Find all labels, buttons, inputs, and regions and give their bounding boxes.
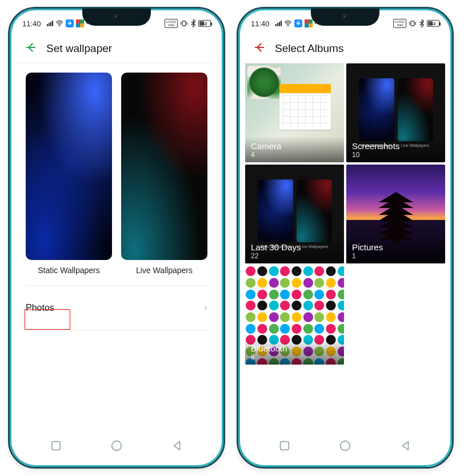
albums-grid: Camera 4 Static WallpapersLive Wallpaper… bbox=[243, 63, 447, 431]
navigation-bar bbox=[243, 431, 447, 462]
bluetooth-icon bbox=[419, 19, 425, 27]
mini-thumbs bbox=[258, 179, 332, 242]
app-badge-icon: ❖ bbox=[294, 19, 302, 27]
battery-icon: 42 bbox=[427, 20, 439, 27]
bluetooth-icon bbox=[190, 19, 196, 27]
svg-rect-1 bbox=[182, 21, 186, 26]
puzzle-icon bbox=[305, 19, 313, 27]
back-button[interactable] bbox=[253, 41, 266, 56]
svg-point-4 bbox=[287, 26, 289, 27]
notch bbox=[82, 9, 151, 26]
nav-home-button[interactable] bbox=[110, 439, 123, 452]
static-wallpapers-card[interactable]: Static Wallpapers bbox=[26, 73, 112, 275]
navigation-bar bbox=[14, 431, 219, 462]
photos-row[interactable]: Photos › bbox=[14, 294, 219, 322]
album-name: Bluetooth bbox=[251, 343, 338, 353]
logging-badge: LOGG -ING bbox=[393, 19, 406, 28]
phone-right: 11:40 ❖ ··· LOGG -ING 42 bbox=[237, 7, 454, 469]
wifi-icon bbox=[284, 20, 292, 27]
nav-back-button[interactable] bbox=[399, 439, 412, 452]
pagoda-decoration bbox=[379, 192, 413, 243]
status-time: 11:40 bbox=[251, 19, 270, 28]
album-count: 8 bbox=[251, 353, 338, 361]
logging-badge: LOGG -ING bbox=[165, 19, 178, 28]
notch bbox=[311, 9, 379, 26]
page-title: Select Albums bbox=[275, 42, 343, 55]
live-wallpapers-card[interactable]: Live Wallpapers bbox=[121, 73, 207, 275]
screen-right: 11:40 ❖ ··· LOGG -ING 42 bbox=[243, 13, 447, 462]
vibrate-icon bbox=[180, 20, 188, 27]
divider bbox=[26, 285, 207, 286]
svg-point-3 bbox=[112, 441, 122, 451]
screen-left: 11:40 ❖ ··· LOGG -ING 42 bbox=[14, 13, 219, 462]
album-count: 1 bbox=[352, 252, 439, 260]
album-pictures[interactable]: Pictures 1 bbox=[346, 165, 445, 263]
live-wallpapers-label: Live Wallpapers bbox=[136, 266, 193, 275]
status-time: 11:40 bbox=[22, 19, 41, 28]
album-camera[interactable]: Camera 4 bbox=[245, 63, 344, 162]
page-title: Set wallpaper bbox=[46, 42, 112, 55]
album-count: 22 bbox=[251, 252, 338, 260]
album-screenshots[interactable]: Static WallpapersLive Wallpapers Screens… bbox=[346, 63, 445, 162]
svg-point-7 bbox=[341, 441, 350, 451]
front-camera bbox=[341, 13, 349, 21]
svg-rect-2 bbox=[52, 442, 61, 450]
divider bbox=[26, 330, 207, 330]
nav-home-button[interactable] bbox=[339, 439, 351, 452]
wifi-icon bbox=[55, 20, 63, 27]
app-badge-icon: ❖ bbox=[66, 19, 74, 27]
static-wallpapers-thumb bbox=[26, 73, 112, 260]
vibrate-icon bbox=[409, 20, 417, 27]
album-name: Screenshots bbox=[352, 141, 439, 151]
front-camera bbox=[113, 13, 121, 21]
wallpaper-options-row: Static Wallpapers Live Wallpapers bbox=[14, 63, 219, 277]
signal-icon bbox=[275, 21, 282, 26]
live-wallpapers-thumb bbox=[121, 73, 207, 260]
svg-rect-5 bbox=[411, 21, 414, 26]
battery-icon: 42 bbox=[198, 20, 211, 27]
nav-back-button[interactable] bbox=[171, 439, 183, 452]
puzzle-icon bbox=[76, 19, 84, 27]
album-bluetooth[interactable]: Bluetooth 8 bbox=[245, 266, 344, 365]
signal-icon bbox=[47, 21, 53, 26]
album-name: Last 30 Days bbox=[251, 242, 338, 252]
app-header: Select Albums bbox=[243, 34, 447, 63]
calendar-decoration bbox=[279, 84, 331, 130]
back-button[interactable] bbox=[25, 41, 37, 56]
chevron-right-icon: › bbox=[204, 302, 207, 314]
album-name: Pictures bbox=[352, 242, 439, 252]
album-name: Camera bbox=[251, 141, 338, 151]
mini-thumbs bbox=[359, 78, 433, 141]
album-count: 10 bbox=[352, 151, 439, 159]
album-last-30-days[interactable]: Static WallpapersLive Wallpapers Last 30… bbox=[245, 165, 344, 263]
nav-recents-button[interactable] bbox=[278, 439, 291, 452]
album-count: 4 bbox=[251, 151, 338, 159]
plant-decoration bbox=[247, 66, 281, 99]
static-wallpapers-label: Static Wallpapers bbox=[38, 266, 99, 275]
phone-left: 11:40 ❖ ··· LOGG -ING 42 bbox=[8, 7, 225, 469]
app-header: Set wallpaper bbox=[14, 34, 219, 63]
photos-label: Photos bbox=[26, 303, 54, 313]
svg-point-0 bbox=[59, 26, 60, 27]
nav-recents-button[interactable] bbox=[50, 439, 62, 452]
svg-rect-6 bbox=[281, 442, 289, 450]
